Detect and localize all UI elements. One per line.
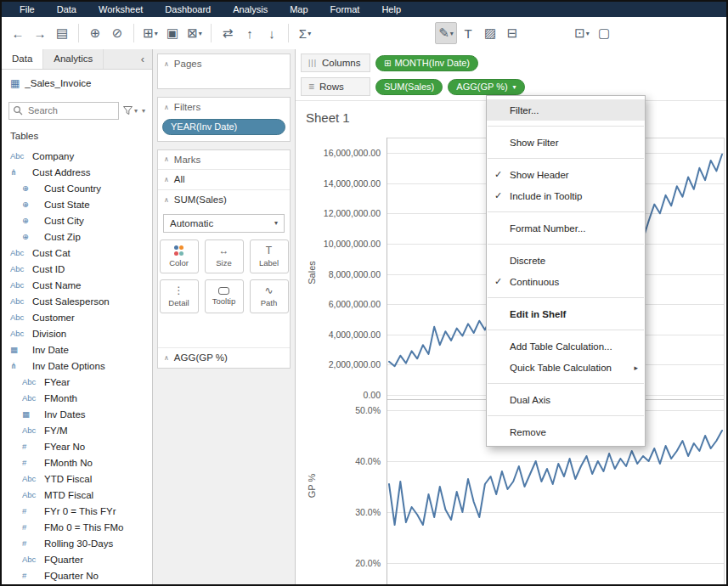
caret-icon: ▾ (142, 107, 145, 115)
field-cust-id[interactable]: AbcCust ID (2, 261, 152, 277)
filters-card[interactable]: Filters YEAR(Inv Date) (157, 97, 291, 142)
menu-data[interactable]: Data (46, 2, 87, 17)
field-label: MTD Fiscal (44, 490, 93, 500)
borders-button[interactable]: ⊟ (501, 22, 523, 44)
field-label: Customer (32, 313, 75, 323)
format-button[interactable]: ▨ (479, 22, 501, 44)
menu-help[interactable]: Help (370, 2, 412, 17)
menu-item-include-in-tooltip[interactable]: ✓Include in Tooltip (487, 185, 645, 206)
field-fy-m[interactable]: AbcFY/M (2, 422, 152, 438)
collapse-chevron-icon[interactable] (164, 155, 169, 163)
swap-rows-columns-button[interactable]: ⇄ (217, 22, 239, 44)
save-icon: ▤ (56, 25, 68, 41)
marks-section-all[interactable]: All (158, 169, 290, 189)
highlight-button[interactable]: ✎▾ (435, 22, 457, 44)
collapse-chevron-icon[interactable] (164, 60, 169, 68)
pages-card[interactable]: Pages (157, 54, 291, 89)
marks-section-agg-gp[interactable]: AGG(GP %) (158, 347, 290, 368)
field-customer[interactable]: AbcCustomer (2, 309, 152, 325)
check-icon: ✓ (487, 276, 510, 287)
totals-button[interactable]: Σ▾ (294, 22, 316, 44)
field-inv-dates[interactable]: ▦Inv Dates (2, 406, 152, 422)
Abc-field-icon: Abc (22, 474, 44, 483)
field-ytd-fiscal[interactable]: AbcYTD Fiscal (2, 470, 152, 487)
redo-button[interactable]: → (29, 22, 51, 44)
menu-item-add-table-calculation[interactable]: Add Table Calculation... (487, 335, 645, 357)
color-mark-button[interactable]: Color (160, 239, 199, 273)
menu-item-dual-axis[interactable]: Dual Axis (487, 389, 645, 410)
field-fmo-0-this-fmo[interactable]: #FMo 0 = This FMo (2, 519, 152, 535)
label-mark-button[interactable]: TLabel (250, 239, 289, 273)
sales-tick-label: 2,000,000.00 (296, 359, 381, 369)
field-cust-name[interactable]: AbcCust Name (2, 277, 152, 293)
menu-worksheet[interactable]: Worksheet (87, 2, 154, 17)
field-label: Cust Country (44, 183, 101, 194)
menu-dashboard[interactable]: Dashboard (154, 2, 222, 17)
menu-map[interactable]: Map (279, 2, 319, 17)
menu-item-continuous[interactable]: ✓Continuous (487, 271, 645, 292)
field-fquarter-no[interactable]: #FQuarter No (2, 567, 152, 583)
field-mtd-fiscal[interactable]: AbcMTD Fiscal (2, 487, 152, 503)
filter-fields-button[interactable]: ▾ (123, 106, 138, 115)
size-mark-button[interactable]: ↔Size (205, 239, 244, 273)
field-company[interactable]: AbcCompany (2, 148, 152, 164)
menu-item-filter[interactable]: Filter... (487, 99, 645, 121)
menu-analysis[interactable]: Analysis (222, 2, 279, 17)
field-fmonth-no[interactable]: #FMonth No (2, 454, 152, 470)
duplicate-sheet-button[interactable]: ▣ (161, 22, 183, 44)
mark-type-dropdown[interactable]: Automatic (163, 214, 285, 233)
menu-item-quick-table-calculation[interactable]: Quick Table Calculation▸ (487, 357, 645, 378)
field-cust-zip[interactable]: ⊕Cust Zip (2, 228, 152, 245)
sort-descending-button[interactable]: ↓ (261, 22, 283, 44)
menu-item-edit-in-shelf[interactable]: Edit in Shelf (487, 303, 645, 324)
field-fyr-0-this-fyr[interactable]: #FYr 0 = This FYr (2, 503, 152, 519)
new-worksheet-button[interactable]: ⊞▾ (139, 22, 161, 44)
pause-auto-updates-button[interactable]: ⊘ (106, 22, 128, 44)
sort-ascending-button[interactable]: ↑ (239, 22, 261, 44)
show-me-button[interactable]: ▢ (593, 22, 615, 44)
save-button[interactable]: ▤ (51, 22, 73, 44)
datasource-row[interactable]: _Sales_Invoice (2, 70, 152, 97)
clear-sheet-button[interactable]: ⊠▾ (183, 22, 206, 44)
show-mark-labels-button[interactable]: T (457, 22, 479, 44)
field-cust-city[interactable]: ⊕Cust City (2, 212, 152, 228)
field-cust-salesperson[interactable]: AbcCust Salesperson (2, 293, 152, 309)
menu-item-label: Add Table Calculation... (510, 341, 612, 352)
fit-button[interactable]: ⊡▾ (571, 22, 593, 44)
collapse-chevron-icon[interactable] (164, 104, 169, 111)
field-inv-date[interactable]: ▦Inv Date (2, 341, 152, 358)
menu-format[interactable]: Format (319, 2, 371, 17)
field-fquarter[interactable]: AbcFQuarter (2, 551, 152, 567)
hier-field-icon: ⋔ (10, 361, 32, 370)
tab-data[interactable]: Data (2, 49, 43, 69)
undo-button[interactable]: ← (7, 22, 29, 44)
menu-item-format-number[interactable]: Format Number... (487, 217, 645, 239)
field-cust-address[interactable]: ⋔Cust Address (2, 164, 152, 180)
field-fyear[interactable]: AbcFYear (2, 374, 152, 390)
menu-item-discrete[interactable]: Discrete (487, 250, 645, 271)
detail-mark-button[interactable]: ⋮Detail (160, 279, 199, 313)
marks-section-sum-sales[interactable]: SUM(Sales) (158, 189, 290, 210)
field-cust-cat[interactable]: AbcCust Cat (2, 245, 152, 261)
path-mark-button[interactable]: ∿Path (250, 279, 289, 313)
menu-file[interactable]: File (8, 2, 46, 17)
num-field-icon: # (22, 458, 44, 467)
field-fyear-no[interactable]: #FYear No (2, 438, 152, 454)
field-division[interactable]: AbcDivision (2, 325, 152, 341)
tab-analytics[interactable]: Analytics (43, 49, 104, 69)
collapse-panel-icon[interactable] (133, 49, 152, 69)
field-cust-country[interactable]: ⊕Cust Country (2, 180, 152, 196)
tooltip-mark-button[interactable]: Tooltip (205, 279, 244, 313)
new-data-source-button[interactable]: ⊕ (84, 22, 106, 44)
field-options-button[interactable]: ▾ (142, 107, 145, 115)
field-rolling-30-days[interactable]: #Rolling 30-Days (2, 535, 152, 551)
menu-item-show-header[interactable]: ✓Show Header (487, 164, 645, 185)
field-inv-date-options[interactable]: ⋔Inv Date Options (2, 358, 152, 374)
field-label: Cust ID (32, 264, 65, 274)
pill-year-inv-date[interactable]: YEAR(Inv Date) (162, 119, 285, 135)
field-cust-state[interactable]: ⊕Cust State (2, 196, 152, 212)
menu-item-show-filter[interactable]: Show Filter (487, 132, 645, 153)
menu-item-remove[interactable]: Remove (487, 421, 645, 442)
search-input[interactable] (8, 102, 119, 120)
field-fmonth[interactable]: AbcFMonth (2, 390, 152, 406)
